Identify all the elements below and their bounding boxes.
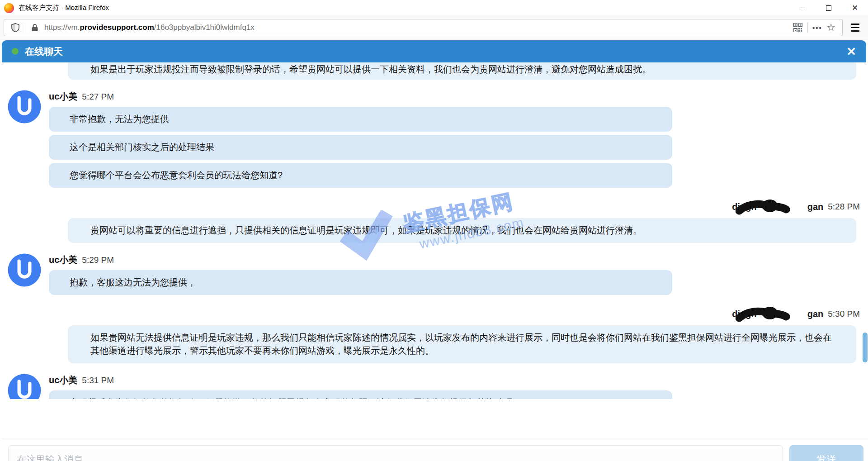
url-domain: providesupport.com (80, 23, 154, 32)
agent-message-group: uc小美 5:31 PM 客服很乐意为您解答您的疑问噢，但很抱歉，您的问题已经超… (2, 373, 866, 399)
url-text[interactable]: https://vm.providesupport.com/16o3ppbyal… (44, 23, 791, 32)
clipped-message-text: 如果是出于玩家违规投注而导致被限制登录的话，希望贵网站可以提供一下相关资料，我们… (90, 63, 651, 76)
menu-button[interactable] (846, 19, 864, 36)
minimize-button[interactable] (789, 0, 816, 16)
message-time: 5:31 PM (82, 375, 114, 385)
window-title: 在线客户支持 - Mozilla Firefox (19, 4, 109, 12)
message-input[interactable] (8, 445, 783, 461)
visitor-message-group: dingh gan 5:28 PM 贵网站可以将重要的信息进行遮挡，只提供相关的… (2, 199, 866, 243)
url-prefix: https://vm. (44, 23, 80, 32)
visitor-bubble: 贵网站可以将重要的信息进行遮挡，只提供相关的信息证明是玩家违规即可，如果是玩家违… (68, 218, 856, 243)
firefox-icon (4, 3, 14, 13)
agent-message-group: uc小美 5:29 PM 抱歉，客服这边无法为您提供， (2, 253, 866, 298)
message-meta: uc小美 5:31 PM (49, 374, 672, 386)
message-meta: uc小美 5:27 PM (49, 90, 672, 103)
restore-button[interactable] (816, 0, 842, 16)
shield-icon[interactable] (9, 21, 22, 34)
agent-avatar (7, 373, 42, 399)
redacted-username: dingh gan (732, 202, 823, 212)
agent-bubble: 这个是相关部门核实之后的处理结果 (49, 135, 672, 160)
chat-header: 在线聊天 ✕ (2, 40, 866, 62)
message-meta: uc小美 5:29 PM (49, 254, 672, 266)
redaction-scribble (736, 306, 790, 324)
urlbar-divider (25, 23, 25, 33)
visitor-message-group: dingh gan 5:30 PM 如果贵网站无法提供信息证明是玩家违规，那么我… (2, 306, 866, 363)
lock-icon[interactable] (28, 21, 42, 34)
message-time: 5:29 PM (82, 255, 114, 265)
redacted-username: dingh gan (732, 309, 823, 319)
close-window-button[interactable]: ✕ (842, 0, 868, 16)
restore-icon (826, 5, 831, 11)
message-time: 5:27 PM (82, 92, 114, 102)
message-time: 5:28 PM (828, 202, 860, 212)
message-meta: dingh gan 5:30 PM (2, 306, 866, 322)
message-meta: dingh gan 5:28 PM (2, 199, 866, 214)
agent-avatar (7, 90, 42, 124)
chat-title: 在线聊天 (25, 45, 63, 58)
chat-panel: 在线聊天 ✕ 如果是出于玩家违规投注而导致被限制登录的话，希望贵网站可以提供一下… (2, 40, 866, 461)
page-actions-icon[interactable]: ••• (811, 21, 824, 34)
agent-bubble: 非常抱歉，无法为您提供 (49, 107, 672, 132)
visitor-bubble: 如果贵网站无法提供信息证明是玩家违规，那么我们只能相信玩家陈述的情况属实，以玩家… (68, 325, 856, 363)
redaction-scribble (736, 199, 790, 217)
agent-bubble: 您觉得哪个平台会公布恶意套利会员的玩法给您知道? (49, 163, 672, 188)
ellipsis-glyph: ••• (812, 24, 822, 32)
title-bar: 在线客户支持 - Mozilla Firefox ✕ (0, 0, 868, 16)
chat-message-list: 如果是出于玩家违规投注而导致被限制登录的话，希望贵网站可以提供一下相关资料，我们… (2, 62, 866, 399)
urlbar-divider (807, 23, 808, 33)
browser-window: 在线客户支持 - Mozilla Firefox ✕ https://vm.pr… (0, 0, 868, 461)
url-bar[interactable]: https://vm.providesupport.com/16o3ppbyal… (4, 19, 843, 36)
navigation-toolbar: https://vm.providesupport.com/16o3ppbyal… (0, 16, 868, 39)
chat-close-button[interactable]: ✕ (846, 46, 856, 57)
agent-name: uc小美 (49, 254, 77, 266)
send-button[interactable]: 发送 (789, 445, 863, 461)
url-path: /16o3ppbyalbiv1hi0lwldmfq1x (154, 23, 255, 32)
composer: 发送 (2, 439, 868, 461)
message-time: 5:30 PM (828, 309, 860, 319)
agent-message-group: uc小美 5:27 PM 非常抱歉，无法为您提供 这个是相关部门核实之后的处理结… (2, 90, 866, 191)
star-glyph: ☆ (826, 23, 835, 33)
agent-avatar (7, 253, 42, 287)
bookmark-star-icon[interactable]: ☆ (824, 21, 838, 34)
online-status-dot (12, 48, 19, 55)
agent-name: uc小美 (49, 90, 77, 103)
minimize-icon (800, 8, 805, 8)
scrollbar-thumb[interactable] (863, 333, 868, 362)
agent-bubble: 客服很乐意为您解答您的疑问噢，但很抱歉，您的问题已经超出客服的权限，请恕我们无法… (49, 390, 672, 399)
clipped-visitor-bubble: 如果是出于玩家违规投注而导致被限制登录的话，希望贵网站可以提供一下相关资料，我们… (68, 62, 856, 80)
window-controls: ✕ (789, 0, 868, 16)
agent-bubble: 抱歉，客服这边无法为您提供， (49, 270, 672, 295)
close-icon: ✕ (852, 3, 858, 13)
qr-code-icon[interactable] (791, 21, 805, 34)
agent-name: uc小美 (49, 374, 77, 386)
